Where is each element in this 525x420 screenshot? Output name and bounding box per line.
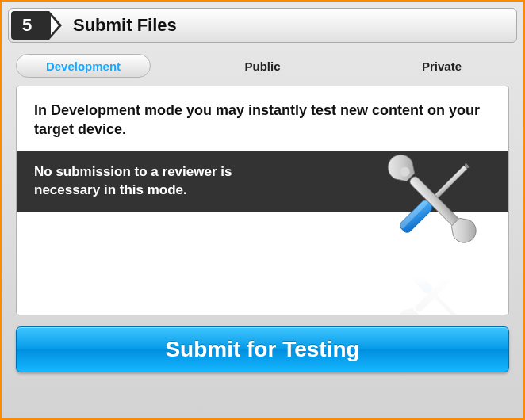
svg-rect-0 xyxy=(432,166,467,200)
content-panel: In Development mode you may instantly te… xyxy=(16,86,509,315)
mode-tabs: Development Public Private xyxy=(8,54,517,78)
tab-label: Private xyxy=(422,59,462,73)
submit-button-label: Submit for Testing xyxy=(165,337,359,362)
tools-icon xyxy=(381,148,485,254)
step-number: 5 xyxy=(11,11,49,40)
step-title: Submit Files xyxy=(73,15,177,36)
tab-label: Development xyxy=(46,59,121,73)
panel-description: In Development mode you may instantly te… xyxy=(17,86,508,151)
tools-icon-reflection xyxy=(381,251,485,315)
panel-note-text: No submission to a reviewer is necessary… xyxy=(34,163,288,200)
step-number-badge: 5 xyxy=(11,11,62,40)
submit-for-testing-button[interactable]: Submit for Testing xyxy=(16,326,509,372)
svg-rect-3 xyxy=(398,199,434,235)
tab-public[interactable]: Public xyxy=(195,54,330,78)
chevron-right-icon xyxy=(51,16,59,35)
tab-private[interactable]: Private xyxy=(374,54,509,78)
step-header: 5 Submit Files xyxy=(8,8,517,43)
tab-development[interactable]: Development xyxy=(16,54,151,78)
svg-rect-7 xyxy=(432,293,459,315)
svg-rect-8 xyxy=(406,267,434,295)
tab-label: Public xyxy=(244,59,280,73)
wizard-step-panel: 5 Submit Files Development Public Privat… xyxy=(0,0,525,420)
